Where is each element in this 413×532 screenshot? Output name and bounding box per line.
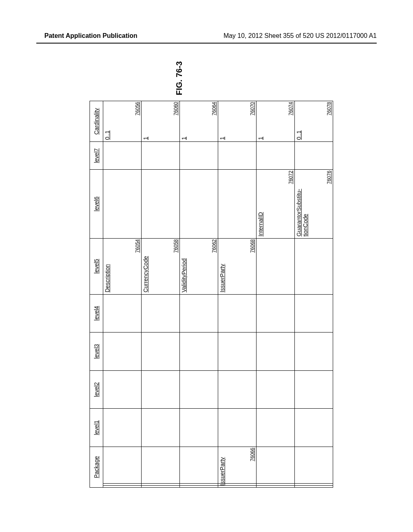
cell-level2 — [218, 370, 257, 409]
cell-level1 — [142, 409, 180, 447]
col-level1: level1 — [90, 409, 103, 447]
col-level6: level6 — [90, 170, 103, 238]
cell-package — [295, 447, 333, 488]
cell-level6 — [180, 170, 218, 238]
cell-package — [257, 447, 295, 488]
schema-table: Package level1 level2 level3 level4 leve… — [90, 101, 333, 488]
package-stripe-icon — [257, 483, 294, 487]
package-stripe-icon — [218, 483, 256, 487]
cell-level4 — [142, 294, 180, 332]
cell-level5 — [257, 238, 295, 294]
cell-level1 — [295, 409, 333, 447]
table-header-row: Package level1 level2 level3 level4 leve… — [90, 101, 103, 488]
cell-level2 — [103, 370, 142, 409]
cell-level6 — [142, 170, 180, 238]
cell-level5: CurrencyCode 76058 — [142, 238, 180, 294]
package-stripe-icon — [142, 483, 179, 487]
cell-level6: InternalID 76072 — [257, 170, 295, 238]
cell-level5: ValidityPeriod 76062 — [180, 238, 218, 294]
col-package: Package — [90, 447, 103, 488]
cell-level4 — [295, 294, 333, 332]
cell-package: IssuerParty 76066 — [218, 447, 257, 488]
package-stripe-icon — [295, 483, 333, 487]
cell-level3 — [142, 332, 180, 371]
col-level4: level4 — [90, 294, 103, 332]
cell-level1 — [180, 409, 218, 447]
cell-level3 — [257, 332, 295, 371]
cell-level2 — [295, 370, 333, 409]
cell-cardinality: 0..1 76078 — [295, 101, 333, 142]
schema-table-container: Package level1 level2 level3 level4 leve… — [90, 101, 323, 488]
cell-level1 — [103, 409, 142, 447]
cell-level6 — [103, 170, 142, 238]
cell-level1 — [218, 409, 257, 447]
cell-cardinality: 0..1 76056 — [103, 101, 142, 142]
cell-level6: GuarantorSubstitu-tionCode 76076 — [295, 170, 333, 238]
table-row: InternalID 76072 1 76074 — [257, 101, 295, 488]
cell-level7 — [295, 142, 333, 170]
cell-level3 — [295, 332, 333, 371]
figure-label: FIG. 76-3 — [175, 61, 184, 95]
package-stripe-icon — [103, 483, 141, 487]
cell-level6 — [218, 170, 257, 238]
table-row: Description 76054 0..1 76056 — [103, 101, 142, 488]
header-rule — [36, 43, 377, 44]
cell-level4 — [103, 294, 142, 332]
package-stripe-icon — [180, 483, 218, 487]
cell-cardinality: 1 76070 — [218, 101, 257, 142]
table-row: CurrencyCode 76058 1 76060 — [142, 101, 180, 488]
page-header: Patent Application Publication May 10, 2… — [0, 32, 413, 39]
cell-level5 — [295, 238, 333, 294]
cell-level2 — [142, 370, 180, 409]
col-level3: level3 — [90, 332, 103, 371]
cell-level3 — [218, 332, 257, 371]
table-row: GuarantorSubstitu-tionCode 76076 0..1 76… — [295, 101, 333, 488]
col-level5: level5 — [90, 238, 103, 294]
col-level2: level2 — [90, 370, 103, 409]
cell-cardinality: 1 76074 — [257, 101, 295, 142]
cell-level7 — [257, 142, 295, 170]
cell-level3 — [180, 332, 218, 371]
cell-level2 — [257, 370, 295, 409]
cell-level1 — [257, 409, 295, 447]
cell-cardinality: 1 76064 — [180, 101, 218, 142]
col-level7: level7 — [90, 142, 103, 170]
col-cardinality: Cardinality — [90, 101, 103, 142]
cell-level4 — [257, 294, 295, 332]
cell-level7 — [103, 142, 142, 170]
cell-level7 — [218, 142, 257, 170]
cell-level4 — [218, 294, 257, 332]
cell-level5: IssuerParty 76068 — [218, 238, 257, 294]
cell-package — [142, 447, 180, 488]
cell-level2 — [180, 370, 218, 409]
table-row: ValidityPeriod 76062 1 76064 — [180, 101, 218, 488]
cell-level7 — [142, 142, 180, 170]
cell-cardinality: 1 76060 — [142, 101, 180, 142]
cell-level4 — [180, 294, 218, 332]
cell-level3 — [103, 332, 142, 371]
header-left: Patent Application Publication — [44, 32, 138, 39]
table-row: IssuerParty 76066 IssuerParty 76068 1 — [218, 101, 257, 488]
header-right: May 10, 2012 Sheet 355 of 520 US 2012/01… — [223, 32, 377, 39]
cell-level7 — [180, 142, 218, 170]
cell-package — [180, 447, 218, 488]
cell-level5: Description 76054 — [103, 238, 142, 294]
cell-package — [103, 447, 142, 488]
